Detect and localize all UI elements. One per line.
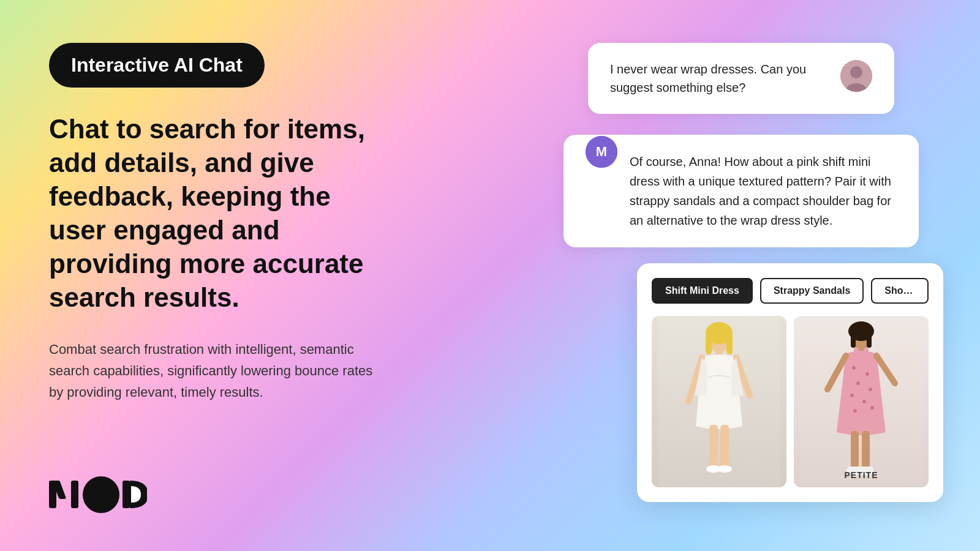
svg-point-22: [717, 465, 732, 473]
svg-rect-2: [71, 481, 78, 508]
svg-rect-39: [851, 431, 859, 469]
svg-rect-27: [867, 331, 872, 348]
svg-point-32: [869, 388, 872, 391]
user-avatar: [840, 60, 872, 92]
mod-logo-svg: [49, 471, 147, 514]
left-top: Interactive AI Chat Chat to search for i…: [49, 43, 417, 403]
svg-rect-38: [864, 348, 869, 360]
svg-point-31: [856, 381, 860, 385]
right-panel: I never wear wrap dresses. Can you sugge…: [417, 37, 931, 514]
svg-point-29: [852, 366, 856, 370]
svg-rect-20: [720, 425, 729, 468]
svg-point-33: [850, 394, 854, 397]
ai-message-text: Of course, Anna! How about a pink shift …: [630, 152, 897, 230]
ai-avatar: M: [586, 136, 617, 168]
svg-point-35: [853, 409, 857, 413]
svg-point-30: [865, 372, 869, 376]
svg-point-34: [862, 400, 866, 403]
petite-label: PETITE: [844, 470, 878, 480]
tab-shoulder-bag[interactable]: Shoulder Ba...: [871, 278, 929, 304]
user-message-text: I never wear wrap dresses. Can you sugge…: [610, 60, 828, 97]
svg-rect-7: [123, 481, 130, 508]
headline: Chat to search for items, add details, a…: [49, 112, 392, 314]
svg-rect-17: [726, 333, 733, 354]
logo: [49, 471, 417, 514]
subtext: Combat search frustration with intellige…: [49, 339, 380, 403]
svg-rect-37: [854, 348, 859, 360]
svg-point-9: [850, 66, 862, 78]
user-chat-bubble: I never wear wrap dresses. Can you sugge…: [588, 43, 894, 114]
svg-rect-26: [851, 331, 856, 348]
main-content: Interactive AI Chat Chat to search for i…: [0, 0, 980, 551]
tab-shift-mini-dress[interactable]: Shift Mini Dress: [652, 278, 753, 304]
svg-rect-40: [862, 431, 870, 469]
tab-strappy-sandals[interactable]: Strappy Sandals: [760, 278, 864, 304]
dress2-figure: [800, 316, 922, 487]
badge-label: Interactive AI Chat: [71, 54, 243, 77]
product-tabs: Shift Mini Dress Strappy Sandals Shoulde…: [652, 278, 929, 304]
product-card-2[interactable]: PETITE: [794, 316, 929, 487]
left-panel: Interactive AI Chat Chat to search for i…: [49, 37, 417, 514]
ai-chat-bubble: M Of course, Anna! How about a pink shif…: [564, 135, 919, 247]
ai-avatar-svg: M: [586, 136, 617, 168]
interactive-ai-badge: Interactive AI Chat: [49, 43, 265, 88]
svg-rect-19: [709, 425, 718, 468]
user-avatar-svg: [840, 60, 872, 92]
svg-point-5: [90, 487, 106, 503]
svg-point-36: [870, 406, 874, 410]
product-card-1[interactable]: [652, 316, 786, 487]
svg-text:M: M: [596, 144, 607, 159]
svg-rect-16: [706, 333, 712, 354]
dress1-figure: [658, 316, 780, 487]
product-panel: Shift Mini Dress Strappy Sandals Shoulde…: [637, 263, 943, 502]
product-grid: PETITE: [652, 316, 929, 487]
